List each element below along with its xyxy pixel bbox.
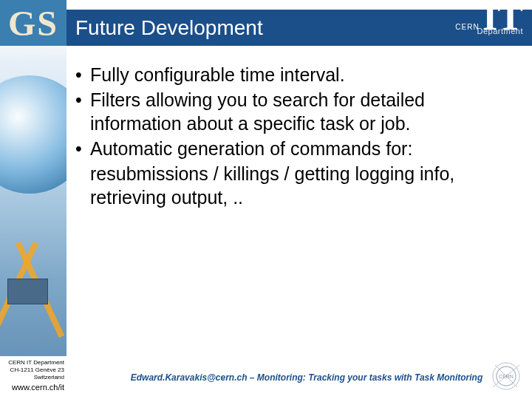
svg-text:CERN: CERN [499,374,514,379]
it-dept-logo: CERN IT Department [455,2,523,34]
content-area: Fully configurable time interval. Filter… [74,63,517,209]
footer-line-3: Switzerland [2,374,64,381]
bullet-subtext: resubmissions / killings / getting loggi… [74,162,517,209]
globe-icon [0,75,66,194]
page-title: Future Development [75,16,263,40]
bullet-text: Filters allowing you to search for detai… [90,89,425,134]
bullet-text: Automatic generation of commands for: [90,138,412,159]
footer-line-1: CERN IT Department [2,359,64,366]
laptop-icon [7,279,48,304]
bullet-item: Filters allowing you to search for detai… [74,88,517,135]
cern-emblem-icon: CERN [489,359,523,393]
footer-line-2: CH-1211 Genève 23 [2,366,64,374]
sub-text: resubmissions / killings / getting loggi… [90,163,454,208]
sidebar-graphic [0,46,66,356]
credit-text: Edward.Karavakis@cern.ch – Monitoring: T… [131,372,482,383]
bullet-item: Automatic generation of commands for: [74,137,517,160]
sidebar: GS CERN IT Department CH-1211 Genève 23 … [0,0,66,399]
sidebar-footer: CERN IT Department CH-1211 Genève 23 Swi… [0,356,66,399]
bullet-item: Fully configurable time interval. [74,63,517,86]
bullet-text: Fully configurable time interval. [90,64,345,85]
gs-label: GS [8,3,58,44]
gs-badge: GS [0,0,66,46]
footer-credit: Edward.Karavakis@cern.ch – Monitoring: T… [111,372,502,383]
logo-org: CERN [455,23,479,31]
footer-url: www.cern.ch/it [2,383,64,393]
title-bar: Future Development CERN IT Department [66,10,532,46]
bullet-list: Fully configurable time interval. Filter… [74,63,517,209]
